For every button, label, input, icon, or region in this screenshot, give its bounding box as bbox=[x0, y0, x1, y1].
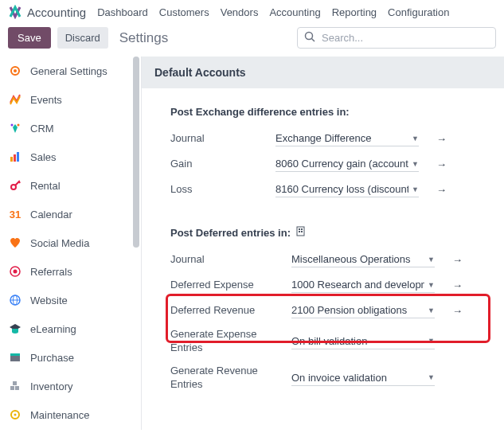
exchange-group-title: Post Exchange difference entries in: bbox=[142, 103, 504, 126]
sidebar-item-sales[interactable]: Sales bbox=[0, 142, 141, 171]
events-icon bbox=[8, 92, 22, 107]
sidebar-item-label: Sales bbox=[30, 151, 57, 163]
section-title: Default Accounts bbox=[142, 57, 504, 88]
scrollbar-thumb[interactable] bbox=[133, 57, 139, 248]
sidebar-item-general-settings[interactable]: General Settings bbox=[0, 57, 141, 85]
nav-dashboard[interactable]: Dashboard bbox=[97, 6, 148, 18]
app-brand[interactable]: Accounting bbox=[8, 5, 86, 19]
row-deferred-expense: Deferred Expense 1000 Research and devel… bbox=[142, 272, 504, 298]
svg-rect-6 bbox=[10, 157, 13, 162]
gain-account-select[interactable]: 8060 Currency gain (account)▼ bbox=[275, 156, 419, 172]
action-bar: Save Discard Settings bbox=[0, 22, 504, 57]
sidebar-item-website[interactable]: Website bbox=[0, 286, 141, 314]
chevron-down-icon: ▼ bbox=[412, 185, 419, 193]
sidebar: General Settings Events CRM Sales Rental… bbox=[0, 57, 142, 430]
field-label: Deferred Revenue bbox=[170, 304, 282, 318]
svg-rect-17 bbox=[10, 386, 14, 390]
row-generate-revenue: Generate Revenue Entries On invoice vali… bbox=[142, 360, 504, 396]
arrow-right-icon[interactable]: → bbox=[436, 184, 447, 196]
calendar-icon: 31 bbox=[8, 207, 22, 221]
chevron-down-icon: ▼ bbox=[428, 373, 435, 381]
sidebar-item-events[interactable]: Events bbox=[0, 85, 141, 114]
nav-customers[interactable]: Customers bbox=[159, 6, 209, 18]
sales-icon bbox=[8, 150, 22, 164]
svg-point-3 bbox=[14, 69, 17, 72]
app-name: Accounting bbox=[27, 6, 86, 19]
generate-revenue-select[interactable]: On invoice validation▼ bbox=[291, 370, 435, 386]
sidebar-item-purchase[interactable]: Purchase bbox=[0, 343, 141, 372]
sidebar-item-label: Inventory bbox=[30, 380, 72, 392]
arrow-right-icon[interactable]: → bbox=[452, 305, 463, 317]
chevron-down-icon: ▼ bbox=[412, 160, 419, 168]
search-box[interactable] bbox=[297, 27, 496, 49]
sidebar-item-label: Social Media bbox=[30, 237, 89, 249]
svg-rect-25 bbox=[299, 231, 300, 232]
sidebar-item-rental[interactable]: Rental bbox=[0, 171, 141, 200]
deferred-group-title: Post Deferred entries in: bbox=[142, 223, 504, 247]
deferred-expense-select[interactable]: 1000 Research and development▼ bbox=[291, 277, 435, 293]
svg-rect-22 bbox=[297, 227, 304, 236]
svg-rect-16 bbox=[10, 353, 20, 356]
chevron-down-icon: ▼ bbox=[428, 337, 435, 345]
sidebar-item-crm[interactable]: CRM bbox=[0, 114, 141, 142]
nav-accounting[interactable]: Accounting bbox=[269, 6, 320, 18]
loss-account-select[interactable]: 8160 Currency loss (discount)▼ bbox=[275, 181, 419, 197]
nav-vendors[interactable]: Vendors bbox=[221, 6, 259, 18]
row-loss: Loss 8160 Currency loss (discount)▼ → bbox=[142, 177, 504, 202]
sidebar-item-inventory[interactable]: Inventory bbox=[0, 372, 141, 400]
arrow-right-icon[interactable]: → bbox=[452, 254, 463, 266]
save-button[interactable]: Save bbox=[8, 27, 51, 49]
field-label: Journal bbox=[170, 253, 282, 267]
search-icon bbox=[304, 31, 315, 45]
svg-point-5 bbox=[18, 124, 20, 127]
svg-point-21 bbox=[14, 414, 17, 416]
graduation-cap-icon bbox=[8, 322, 22, 336]
field-label: Gain bbox=[170, 158, 266, 171]
field-label: Journal bbox=[170, 132, 266, 146]
content-area: Default Accounts Post Exchange differenc… bbox=[142, 57, 504, 430]
sidebar-item-label: Rental bbox=[30, 180, 61, 192]
svg-rect-26 bbox=[301, 231, 303, 232]
svg-rect-7 bbox=[14, 154, 16, 162]
top-nav: Accounting Dashboard Customers Vendors A… bbox=[0, 0, 504, 22]
chevron-down-icon: ▼ bbox=[428, 306, 435, 314]
arrow-right-icon[interactable]: → bbox=[452, 279, 463, 291]
sidebar-item-social-media[interactable]: Social Media bbox=[0, 228, 141, 257]
purchase-icon bbox=[8, 350, 22, 365]
row-journal-exchange: Journal Exchange Difference▼ → bbox=[142, 126, 504, 151]
sidebar-item-maintenance[interactable]: Maintenance bbox=[0, 400, 141, 429]
gear-icon bbox=[8, 64, 22, 78]
sidebar-item-referrals[interactable]: Referrals bbox=[0, 257, 141, 286]
row-generate-expense: Generate Expense Entries On bill validat… bbox=[142, 323, 504, 360]
sidebar-item-label: General Settings bbox=[30, 65, 107, 77]
chevron-down-icon: ▼ bbox=[412, 135, 419, 142]
svg-point-0 bbox=[306, 33, 313, 40]
building-icon bbox=[295, 226, 306, 239]
arrow-right-icon[interactable]: → bbox=[436, 158, 447, 170]
search-input[interactable] bbox=[320, 31, 489, 45]
journal-deferred-select[interactable]: Miscellaneous Operations▼ bbox=[291, 252, 435, 267]
svg-rect-23 bbox=[299, 228, 300, 230]
deferred-revenue-select[interactable]: 2100 Pension obligations▼ bbox=[291, 302, 435, 318]
breadcrumb: Settings bbox=[119, 30, 168, 46]
crm-icon bbox=[8, 121, 22, 135]
sidebar-item-label: Referrals bbox=[30, 266, 72, 278]
row-gain: Gain 8060 Currency gain (account)▼ → bbox=[142, 151, 504, 177]
globe-icon bbox=[8, 293, 22, 307]
sidebar-item-label: eLearning bbox=[30, 323, 76, 335]
chevron-down-icon: ▼ bbox=[428, 281, 435, 289]
sidebar-item-elearning[interactable]: eLearning bbox=[0, 314, 141, 343]
discard-button[interactable]: Discard bbox=[57, 27, 108, 49]
nav-configuration[interactable]: Configuration bbox=[388, 6, 449, 18]
svg-point-4 bbox=[11, 124, 14, 127]
generate-expense-select[interactable]: On bill validation▼ bbox=[291, 334, 435, 349]
journal-exchange-select[interactable]: Exchange Difference▼ bbox=[275, 131, 419, 146]
sidebar-item-calendar[interactable]: 31 Calendar bbox=[0, 200, 141, 228]
wrench-icon bbox=[8, 408, 22, 422]
rental-icon bbox=[8, 178, 22, 193]
row-journal-deferred: Journal Miscellaneous Operations▼ → bbox=[142, 247, 504, 272]
arrow-right-icon[interactable]: → bbox=[436, 133, 447, 145]
svg-rect-24 bbox=[301, 228, 303, 230]
nav-reporting[interactable]: Reporting bbox=[332, 6, 377, 18]
svg-rect-18 bbox=[15, 386, 19, 390]
